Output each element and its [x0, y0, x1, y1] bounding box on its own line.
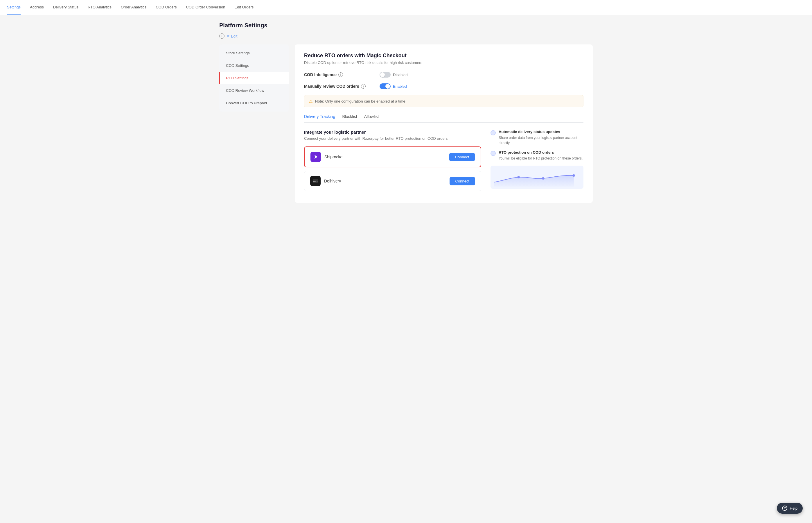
benefit-dot-2: [491, 151, 496, 156]
manually-review-row: Manually review COD orders i Enabled: [304, 84, 584, 89]
tab-blocklist[interactable]: Blocklist: [342, 114, 357, 122]
chart-svg: [494, 169, 580, 186]
section-title: Reduce RTO orders with Magic Checkout: [304, 53, 584, 59]
nav-cod-orders[interactable]: COD Orders: [156, 0, 177, 15]
shiprocket-connect-button[interactable]: Connect: [449, 153, 475, 161]
sidebar-item-rto-settings[interactable]: RTO Settings: [219, 72, 289, 84]
svg-text:DELY: DELY: [313, 180, 318, 182]
benefit-title-1: Automatic delivery status updates: [499, 130, 584, 134]
nav-settings[interactable]: Settings: [7, 0, 21, 15]
content-panel: Reduce RTO orders with Magic Checkout Di…: [295, 44, 593, 203]
info-icon[interactable]: i: [219, 33, 224, 39]
toggle-knob-2: [385, 84, 390, 89]
cod-intelligence-toggle-area: Disabled: [380, 72, 408, 77]
sidebar-item-cod-review-workflow[interactable]: COD Review Workflow: [219, 84, 289, 97]
edit-icon: ✏: [227, 34, 230, 38]
cod-intelligence-label: COD Intelligence i: [304, 72, 380, 77]
benefit-text-1: Automatic delivery status updates Share …: [499, 130, 584, 146]
nav-edit-orders[interactable]: Edit Orders: [235, 0, 254, 15]
tab-content: Integrate your logistic partner Connect …: [304, 130, 584, 195]
benefit-text-2: RTO protection on COD orders You will be…: [499, 150, 583, 161]
benefit-item-1: Automatic delivery status updates Share …: [491, 130, 584, 146]
note-icon: ⚠: [309, 99, 313, 104]
info-edit-row: i ✏ Edit: [219, 33, 593, 39]
page-container: Platform Settings i ✏ Edit Store Setting…: [210, 15, 602, 210]
main-content: Store Settings COD Settings RTO Settings…: [219, 44, 593, 203]
benefit-desc-2: You will be eligible for RTO protection …: [499, 156, 583, 161]
tab-right: Automatic delivery status updates Share …: [491, 130, 584, 195]
tabs: Delivery Tracking Blocklist Allowlist: [304, 114, 584, 123]
delhivery-card: DELY Delhivery Connect: [304, 171, 481, 191]
benefit-desc-1: Share order data from your logistic part…: [499, 135, 584, 146]
cod-intelligence-row: COD Intelligence i Disabled: [304, 72, 584, 77]
shiprocket-name: Shiprocket: [325, 155, 344, 159]
edit-button[interactable]: ✏ Edit: [227, 34, 237, 38]
sidebar: Store Settings COD Settings RTO Settings…: [219, 44, 289, 112]
manually-review-toggle-label: Enabled: [393, 84, 407, 89]
toggle-knob: [380, 72, 385, 77]
sidebar-item-convert-cod-prepaid[interactable]: Convert COD to Prepaid: [219, 97, 289, 109]
page-title: Platform Settings: [219, 22, 593, 29]
top-navigation: Settings Address Delivery Status RTO Ana…: [0, 0, 812, 15]
cod-intelligence-toggle[interactable]: [380, 72, 391, 77]
delhivery-name: Delhivery: [324, 179, 341, 183]
cod-intelligence-info-icon[interactable]: i: [338, 72, 343, 77]
nav-address[interactable]: Address: [30, 0, 44, 15]
nav-order-analytics[interactable]: Order Analytics: [121, 0, 146, 15]
note-banner: ⚠ Note: Only one configuration can be en…: [304, 95, 584, 107]
nav-delivery-status[interactable]: Delivery Status: [53, 0, 78, 15]
shiprocket-info: Shiprocket: [311, 152, 344, 162]
benefit-item-2: RTO protection on COD orders You will be…: [491, 150, 584, 161]
delhivery-connect-button[interactable]: Connect: [449, 177, 475, 185]
benefit-title-2: RTO protection on COD orders: [499, 150, 583, 155]
delhivery-logo: DELY: [310, 176, 320, 186]
manually-review-toggle[interactable]: [380, 84, 391, 89]
nav-cod-order-conversion[interactable]: COD Order Conversion: [186, 0, 225, 15]
tab-delivery-tracking[interactable]: Delivery Tracking: [304, 114, 335, 122]
integrate-title: Integrate your logistic partner: [304, 130, 481, 134]
integrate-desc: Connect your delivery partner with Razor…: [304, 136, 481, 141]
edit-label: Edit: [231, 34, 237, 38]
section-subtitle: Disable COD option or retrieve RTO risk …: [304, 60, 584, 65]
sidebar-item-store-settings[interactable]: Store Settings: [219, 47, 289, 59]
tab-allowlist[interactable]: Allowlist: [364, 114, 379, 122]
chart-area: [491, 166, 584, 189]
delhivery-info: DELY Delhivery: [310, 176, 341, 186]
note-text: Note: Only one configuration can be enab…: [315, 99, 405, 104]
shiprocket-logo: [311, 152, 321, 162]
cod-intelligence-toggle-label: Disabled: [393, 73, 408, 77]
nav-rto-analytics[interactable]: RTO Analytics: [88, 0, 112, 15]
svg-point-5: [573, 174, 575, 177]
benefit-dot-1: [491, 130, 496, 136]
svg-marker-0: [315, 155, 317, 159]
svg-point-3: [517, 176, 520, 178]
tab-left: Integrate your logistic partner Connect …: [304, 130, 481, 195]
manually-review-info-icon[interactable]: i: [361, 84, 366, 89]
manually-review-toggle-area: Enabled: [380, 84, 407, 89]
shiprocket-card: Shiprocket Connect: [304, 146, 481, 167]
shiprocket-icon: [313, 154, 318, 160]
delhivery-icon: DELY: [313, 179, 318, 183]
sidebar-item-cod-settings[interactable]: COD Settings: [219, 59, 289, 72]
svg-point-4: [542, 177, 544, 180]
manually-review-label: Manually review COD orders i: [304, 84, 380, 89]
